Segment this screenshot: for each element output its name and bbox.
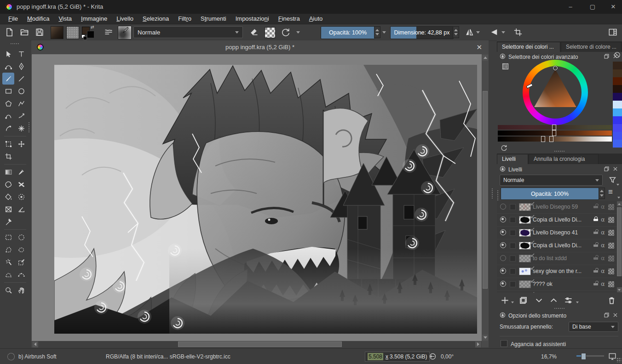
layers-panel-resize-grip[interactable] xyxy=(551,308,568,309)
canvas-hscrollbar[interactable] xyxy=(32,341,482,347)
layer-inherit-alpha-icon[interactable] xyxy=(608,268,614,274)
close-button[interactable]: ✕ xyxy=(610,4,616,10)
scroll-up-icon[interactable] xyxy=(482,55,488,61)
layer-list-menu-icon[interactable]: ≡ xyxy=(608,188,613,197)
tool-color-sampler-icon[interactable] xyxy=(15,166,27,178)
tool-dynamic-brush-icon[interactable] xyxy=(2,122,14,134)
layer-lock-icon[interactable] xyxy=(593,230,598,234)
dock-lock-icon[interactable] xyxy=(500,53,506,61)
size-slider[interactable]: Dimensione: 42,88 px xyxy=(390,26,454,39)
tool-reference-images-icon[interactable] xyxy=(2,216,14,228)
color-history-swatch-10[interactable] xyxy=(613,140,622,148)
color-history-swatch-4[interactable] xyxy=(613,93,622,101)
image-dimensions[interactable]: 5.508 x 3.508 (5,2 GiB) xyxy=(365,352,430,362)
layer-row-2[interactable]: Livello Disegno 41α xyxy=(497,227,616,239)
dock-lock-icon[interactable] xyxy=(500,166,506,173)
tool-multibrush-icon[interactable] xyxy=(15,122,27,134)
value-strip[interactable] xyxy=(498,136,612,142)
move-layer-up-button[interactable] xyxy=(549,296,558,305)
add-layer-button[interactable] xyxy=(501,296,509,305)
tool-move-icon[interactable] xyxy=(15,138,27,150)
scroll-up-icon[interactable] xyxy=(617,201,622,206)
brush-editor-preview[interactable] xyxy=(118,26,132,40)
scroll-right-icon[interactable] xyxy=(475,341,481,347)
color-history-swatch-7[interactable] xyxy=(613,116,622,124)
color-history-swatch-6[interactable] xyxy=(613,108,622,116)
tool-transform-icon[interactable] xyxy=(2,138,14,150)
tool-select-elliptical-icon[interactable] xyxy=(15,231,27,243)
scroll-left-icon[interactable] xyxy=(32,341,38,347)
minimize-button[interactable]: – xyxy=(567,4,574,10)
menu-seleziona[interactable]: Seleziona xyxy=(138,14,173,24)
menu-file[interactable]: File xyxy=(4,14,23,24)
layer-alpha-icon[interactable]: α xyxy=(601,280,605,287)
layer-thumbnail[interactable] xyxy=(519,229,531,237)
color-wheel-ring[interactable] xyxy=(523,60,588,125)
layer-alpha-icon[interactable]: α xyxy=(601,229,605,236)
layer-visibility-icon[interactable] xyxy=(500,229,506,235)
color-history-swatch-0[interactable] xyxy=(613,62,622,69)
delete-layer-button[interactable] xyxy=(607,296,616,305)
layer-row-1[interactable]: Copia di Livello Di...α xyxy=(497,214,616,227)
canvas-rotation-icon[interactable] xyxy=(429,353,437,362)
tab-undo-history[interactable]: Annulla la cronologia xyxy=(529,154,599,164)
mirror-horizontal-icon[interactable] xyxy=(464,27,475,38)
float-panel-icon[interactable] xyxy=(604,312,610,319)
tool-line-icon[interactable] xyxy=(15,73,27,85)
opacity-slider[interactable]: Opacità: 100% xyxy=(321,26,375,39)
dock-splitter-grip[interactable] xyxy=(492,188,493,199)
menu-finestra[interactable]: Finestra xyxy=(274,14,305,24)
menu-immagine[interactable]: Immagine xyxy=(76,14,112,24)
scroll-down-icon[interactable] xyxy=(617,287,622,292)
color-history-swatch-8[interactable] xyxy=(613,124,622,132)
tool-smart-patch-icon[interactable] xyxy=(2,178,14,190)
zoom-slider[interactable] xyxy=(576,355,604,357)
mirror-horizontal-dropdown[interactable] xyxy=(476,31,480,34)
tool-select-magnetic-icon[interactable] xyxy=(15,268,27,280)
float-panel-icon[interactable] xyxy=(604,166,610,173)
pattern-chooser[interactable] xyxy=(66,26,79,39)
layer-filter-icon[interactable] xyxy=(608,176,617,186)
layer-properties-button[interactable] xyxy=(564,296,573,305)
color-history-swatch-1[interactable] xyxy=(613,69,622,77)
layer-alpha-icon[interactable]: α xyxy=(601,216,605,223)
layer-row-4[interactable]: to do list xdddα xyxy=(497,252,616,265)
layer-visibility-icon[interactable] xyxy=(500,242,506,248)
fullscreen-canvas-icon[interactable] xyxy=(608,352,616,362)
layer-inherit-alpha-icon[interactable] xyxy=(608,243,614,249)
layer-thumbnail[interactable] xyxy=(519,255,531,262)
triangle-cursor[interactable] xyxy=(553,66,558,70)
close-panel-icon[interactable] xyxy=(612,166,618,173)
tool-edit-shapes-icon[interactable] xyxy=(2,60,14,72)
layer-opacity-spinner[interactable] xyxy=(599,188,605,199)
add-layer-dropdown[interactable] xyxy=(511,301,514,303)
layer-color-label[interactable] xyxy=(510,217,516,223)
opacity-spinner[interactable] xyxy=(374,26,380,38)
tool-select-contiguous-icon[interactable] xyxy=(2,256,14,268)
mirror-vertical-dropdown[interactable] xyxy=(501,31,505,34)
tool-select-shapes-icon[interactable] xyxy=(2,48,14,60)
layer-alpha-icon[interactable]: α xyxy=(601,242,605,249)
canvas-vscrollbar[interactable] xyxy=(482,54,489,341)
tool-gradient-icon[interactable] xyxy=(2,166,14,178)
layer-color-label[interactable] xyxy=(510,243,516,249)
tool-select-rectangular-icon[interactable] xyxy=(2,231,14,243)
duplicate-layer-button[interactable] xyxy=(519,296,528,305)
rotation-value[interactable]: 0,00° xyxy=(441,353,454,360)
layer-lock-icon[interactable] xyxy=(593,256,598,260)
canvas-viewport[interactable] xyxy=(32,54,482,341)
tool-ellipse-icon[interactable] xyxy=(15,85,27,97)
layer-alpha-icon[interactable]: α xyxy=(601,255,605,262)
fg-bg-colors[interactable]: ⇄ xyxy=(82,26,96,39)
menu-impostazioni[interactable]: Impostazioni xyxy=(231,14,274,24)
reload-preset-icon[interactable] xyxy=(280,27,291,38)
layer-inherit-alpha-icon[interactable] xyxy=(608,204,614,210)
subwindow-close-icon[interactable]: ✕ xyxy=(476,43,482,51)
maximize-button[interactable]: ▢ xyxy=(589,4,596,10)
layer-color-label[interactable] xyxy=(510,204,516,210)
tool-select-polygonal-icon[interactable] xyxy=(2,244,14,256)
tool-calligraphy-icon[interactable] xyxy=(15,60,27,72)
tool-pan-icon[interactable] xyxy=(15,284,27,296)
layer-inherit-alpha-icon[interactable] xyxy=(608,256,614,262)
layer-visibility-icon[interactable] xyxy=(500,268,506,274)
